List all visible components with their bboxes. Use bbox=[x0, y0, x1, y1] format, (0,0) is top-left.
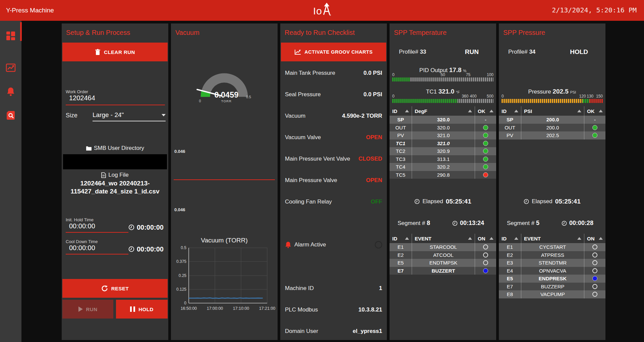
status-dot bbox=[483, 172, 488, 177]
row-value: 313.1 bbox=[412, 155, 475, 163]
work-order-input[interactable]: 1202464 bbox=[66, 94, 165, 105]
sort-icon[interactable] bbox=[514, 110, 518, 112]
trend-chart-icon[interactable] bbox=[6, 63, 16, 73]
pressure-segment-row: Segment # 5 00:00:28 bbox=[507, 220, 593, 227]
setup-panel: Setup & Run Process CLEAR RUN Work Order… bbox=[62, 23, 168, 340]
pressure-mode-badge: HOLD bbox=[570, 48, 588, 56]
row-id: TC4 bbox=[390, 163, 412, 171]
panel-title: Ready to Run Checklist bbox=[285, 29, 355, 37]
sort-icon[interactable] bbox=[577, 237, 581, 240]
sort-icon[interactable] bbox=[405, 110, 409, 112]
column-header-ok[interactable]: OK bbox=[475, 106, 496, 116]
segment-timer: 00:13:24 bbox=[452, 220, 484, 227]
y-tick-labels: 0.5 0.375 0.25 0.125 0 bbox=[176, 246, 186, 305]
temperature-events-table: ID EVENT ON E1 STARCOOL E2 ATCOOL bbox=[390, 234, 496, 275]
event-row: E2 ATPRESS bbox=[499, 251, 605, 259]
clock-icon bbox=[452, 221, 458, 226]
row-value: 290.8 bbox=[412, 171, 475, 179]
panel-title: Setup & Run Process bbox=[66, 29, 130, 37]
logo-arrow-icon bbox=[322, 3, 331, 16]
checklist-item: Vacuum Valve OPEN bbox=[280, 127, 387, 148]
init-hold-input[interactable]: 00:00:00 bbox=[66, 222, 128, 233]
checklist-item-label: Vacuum bbox=[285, 113, 305, 119]
event-row: E5 ENDPRESK bbox=[499, 275, 605, 283]
column-header-id[interactable]: ID bbox=[499, 234, 521, 243]
gauge-max: 0.5 bbox=[246, 95, 251, 99]
iota-logo: Io bbox=[313, 3, 331, 16]
checklist-item-value: 0.0 PSI bbox=[363, 70, 382, 76]
smb-directory-box[interactable] bbox=[63, 154, 167, 169]
cool-down-input[interactable]: 00:00:00 bbox=[66, 244, 128, 254]
row-value: 320.0 bbox=[412, 124, 475, 132]
event-name: OPNVACVA bbox=[521, 267, 584, 275]
clock-icon bbox=[128, 224, 134, 230]
log-search-icon[interactable] bbox=[6, 110, 16, 120]
event-row: E7 BUZZERP bbox=[499, 283, 605, 291]
checklist-item: Main Pressure Valve OPEN bbox=[280, 170, 387, 191]
event-id: E3 bbox=[499, 259, 521, 267]
dashboard-grid-icon[interactable] bbox=[6, 31, 16, 41]
tc1-gauge-bar bbox=[392, 99, 493, 103]
table-row: PV 202.5 bbox=[499, 131, 605, 139]
hold-button[interactable]: HOLD bbox=[116, 300, 168, 319]
sort-icon[interactable] bbox=[489, 237, 493, 240]
column-header-event[interactable]: EVENT bbox=[412, 234, 475, 243]
sort-icon[interactable] bbox=[468, 237, 472, 240]
column-header-id[interactable]: ID bbox=[499, 106, 521, 116]
checklist-item: Main Pressure Vent Valve CLOSED bbox=[280, 148, 387, 170]
event-id: E4 bbox=[499, 267, 521, 275]
checklist-item-label: Seal Pressure bbox=[285, 91, 321, 98]
work-order-field[interactable]: Work Order 1202464 bbox=[66, 89, 165, 105]
alarm-bell-icon[interactable] bbox=[6, 87, 16, 97]
column-header-value[interactable]: PSI bbox=[521, 106, 584, 116]
svg-text:17:21:00: 17:21:00 bbox=[259, 306, 276, 311]
column-header-on[interactable]: ON bbox=[584, 234, 605, 243]
table-row: TC1 321.0 bbox=[390, 139, 496, 148]
profile-value: 33 bbox=[420, 49, 426, 55]
temperature-profile-row: Profile# 33 RUN bbox=[399, 48, 479, 56]
reset-button[interactable]: RESET bbox=[62, 279, 168, 298]
clear-run-button[interactable]: CLEAR RUN bbox=[62, 43, 168, 61]
clock-icon bbox=[524, 199, 529, 204]
status-dot bbox=[485, 117, 486, 122]
svg-text:0.375: 0.375 bbox=[176, 259, 186, 264]
alarm-bell-icon bbox=[285, 241, 291, 248]
sort-icon[interactable] bbox=[468, 110, 472, 112]
sort-icon[interactable] bbox=[489, 110, 493, 112]
row-value: 321.0 bbox=[412, 131, 475, 139]
cool-down-field[interactable]: Cool Down Time 00:00:00 bbox=[66, 239, 128, 254]
size-label: Size bbox=[66, 111, 93, 119]
sort-icon[interactable] bbox=[405, 237, 409, 240]
column-header-value[interactable]: DegF bbox=[412, 106, 475, 116]
alarm-active-row: Alarm Active bbox=[280, 236, 387, 253]
column-header-event[interactable]: EVENT bbox=[521, 234, 584, 243]
checklist-item-value: OPEN bbox=[366, 177, 382, 184]
activate-groov-charts-button[interactable]: ACTIVATE GROOV CHARTS bbox=[281, 43, 386, 61]
column-header-id[interactable]: ID bbox=[390, 106, 412, 116]
sort-icon[interactable] bbox=[577, 110, 581, 112]
init-hold-field[interactable]: Init. Hold Time 00:00:00 bbox=[66, 217, 128, 233]
sort-icon[interactable] bbox=[514, 237, 518, 240]
column-header-ok[interactable]: OK bbox=[584, 106, 605, 116]
checklist-item-value: 0.0 PSI bbox=[363, 91, 382, 98]
info-item-label: PLC Modbus bbox=[285, 306, 318, 313]
checklist-item-label: Main Pressure Valve bbox=[285, 177, 337, 184]
pressure-panel: SPP Pressure Profile# 34 HOLD Pressure 2… bbox=[499, 23, 605, 340]
column-header-on[interactable]: ON bbox=[475, 234, 496, 243]
checklist-item-label: Vacuum Valve bbox=[285, 134, 321, 141]
event-on-lamp bbox=[483, 244, 488, 249]
alarm-indicator-lamp bbox=[375, 241, 382, 248]
sort-icon[interactable] bbox=[599, 110, 603, 112]
event-on-lamp bbox=[592, 252, 597, 258]
run-button[interactable]: RUN bbox=[62, 300, 113, 319]
sort-icon[interactable] bbox=[599, 237, 603, 240]
vacuum-trend-chart[interactable]: 0.5 0.375 0.25 0.125 0 16:50:00 17:00:00… bbox=[172, 246, 276, 318]
event-name: CYCSTART bbox=[521, 243, 584, 251]
event-on-lamp bbox=[483, 252, 488, 258]
row-value: 320.9 bbox=[412, 147, 475, 155]
row-id: TC5 bbox=[390, 171, 412, 179]
table-row: TC2 320.9 bbox=[390, 147, 496, 155]
column-header-id[interactable]: ID bbox=[390, 234, 412, 243]
event-id: E8 bbox=[499, 290, 521, 298]
size-dropdown[interactable]: Large - 24" bbox=[93, 111, 166, 121]
